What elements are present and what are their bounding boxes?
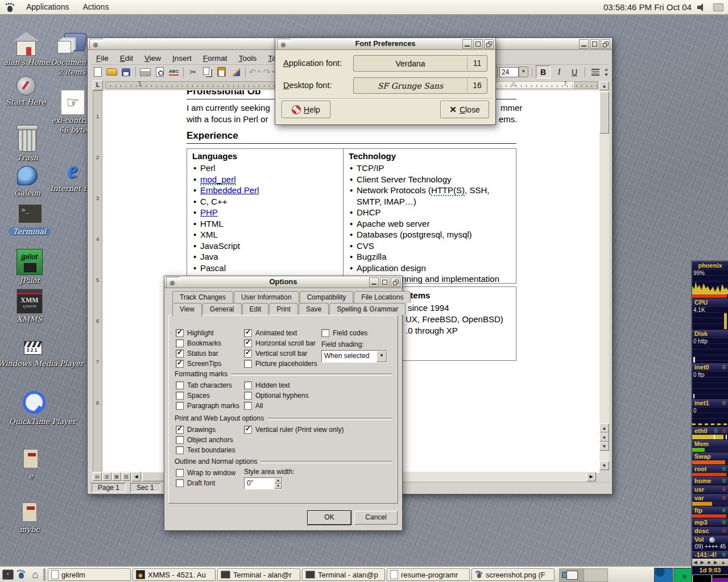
option-row[interactable]: Draft font	[176, 478, 235, 488]
gkrellm-row[interactable]: mp3	[692, 518, 728, 526]
gkrellm-row[interactable]: phoenix	[692, 261, 728, 269]
option-row[interactable]: Animated text	[244, 328, 317, 338]
option-row[interactable]: Optional hyphens	[244, 390, 308, 401]
panel-drag-handle[interactable]	[43, 568, 46, 581]
close-button[interactable]: ✕ Close	[440, 101, 489, 118]
option-row[interactable]: Drawings	[176, 425, 235, 435]
desktop-icon-trash[interactable]: Trash	[5, 124, 50, 162]
toolbar-overflow-button[interactable]: » ▼	[604, 67, 609, 77]
dialog-titlebar[interactable]: Font Preferences	[275, 38, 495, 50]
gkrellm-row[interactable]: usr	[692, 485, 728, 493]
minimize-button[interactable]	[369, 277, 379, 287]
checkbox[interactable]	[176, 402, 184, 410]
font-size-combo[interactable]: 24 ▼	[499, 66, 528, 77]
style-area-width-spinner[interactable]: 0" ▲▼	[244, 477, 283, 489]
checkbox[interactable]	[244, 381, 252, 389]
gkrellm-row[interactable]: root	[692, 464, 728, 473]
checkbox[interactable]	[176, 426, 184, 434]
gkrellm-row[interactable]	[692, 435, 728, 439]
language-link[interactable]: Embedded Perl	[200, 185, 259, 195]
checkbox[interactable]	[244, 360, 252, 368]
gkrellm-row[interactable]: ◀ ▶ ■ ▶ ▲	[692, 559, 728, 566]
options-tab[interactable]: Save	[299, 303, 329, 315]
option-row[interactable]: Horizontal scroll bar	[244, 338, 317, 348]
restore-button[interactable]	[601, 39, 610, 49]
maximize-button[interactable]	[380, 277, 390, 287]
copy-icon[interactable]	[201, 66, 214, 78]
option-row[interactable]: Tab characters	[176, 380, 239, 390]
checkbox[interactable]	[176, 350, 184, 357]
panel-menu-item[interactable]: Actions	[76, 0, 116, 14]
options-tab[interactable]: Spelling & Grammar	[329, 303, 406, 315]
gkrellm-row[interactable]: CPU	[692, 298, 728, 306]
font-size-arrow[interactable]: ▼	[519, 66, 528, 77]
panel-menu-item[interactable]: Applications	[19, 0, 76, 14]
options-tab[interactable]: Edit	[242, 303, 269, 315]
checkbox[interactable]	[176, 392, 184, 400]
bold-button[interactable]: B	[536, 65, 551, 78]
menu-item[interactable]: Edit	[115, 54, 138, 63]
workspace-pager[interactable]	[559, 568, 608, 582]
gnome-menu-launcher[interactable]	[15, 568, 28, 581]
font-size-value[interactable]: 24	[499, 67, 519, 77]
gkrellm-row[interactable]: inet0	[692, 363, 728, 371]
gkrellm-row[interactable]: home	[692, 476, 728, 485]
gkrellm-row[interactable]: eth0	[692, 426, 728, 435]
gkrellm-row[interactable]	[692, 502, 728, 506]
option-row[interactable]: Text boundaries	[176, 445, 235, 455]
task-button[interactable]: Terminal - alan@p	[302, 568, 385, 581]
workspace-2[interactable]	[584, 569, 608, 581]
spin-up-icon[interactable]: ▲	[274, 478, 282, 484]
desktop-icon-e[interactable]: e	[8, 448, 53, 480]
desktop-icon-mybc[interactable]: mybc	[7, 501, 52, 534]
close-tab-icon[interactable]	[166, 277, 185, 288]
language-link[interactable]: PHP	[200, 207, 218, 217]
gkrellm-row[interactable]: 4.1K	[692, 306, 728, 329]
workspace-1[interactable]	[560, 569, 584, 581]
checkbox[interactable]	[176, 381, 184, 389]
option-row[interactable]: Field codes	[321, 328, 387, 338]
vertical-ruler[interactable]: 12345678	[93, 90, 102, 472]
dialog-titlebar[interactable]: Options	[164, 276, 402, 288]
option-row[interactable]: Paragraph marks	[176, 401, 239, 411]
italic-button[interactable]: I	[552, 66, 566, 78]
options-tab[interactable]: Track Changes	[172, 291, 233, 303]
checkbox[interactable]	[176, 436, 184, 444]
desktop-icon-home[interactable]: alan's Home	[3, 31, 49, 66]
menu-item[interactable]: Insert	[167, 54, 197, 63]
option-row[interactable]: All	[244, 401, 308, 411]
desktop-icon-start-here[interactable]: Start Here	[3, 76, 48, 106]
checkbox[interactable]	[244, 402, 252, 410]
desktop-icon-terminal[interactable]: Terminal	[6, 202, 53, 236]
options-tab[interactable]: View	[172, 303, 202, 317]
checkbox[interactable]	[321, 329, 329, 337]
print-icon[interactable]	[139, 66, 152, 78]
checkbox[interactable]	[176, 339, 184, 347]
checkbox[interactable]	[176, 329, 184, 337]
show-desktop-launcher[interactable]: ▪	[2, 568, 14, 581]
option-row[interactable]: Vertical ruler (Print view only)	[244, 425, 344, 435]
redo-icon[interactable]: ▼	[263, 66, 276, 78]
tab-selector-button[interactable]: L	[93, 80, 103, 90]
option-row[interactable]: Picture placeholders	[244, 359, 317, 369]
gkrellm-row[interactable]: inet1	[692, 398, 728, 407]
option-row[interactable]: Status bar	[176, 348, 221, 359]
maximize-button[interactable]	[590, 39, 599, 49]
checkbox[interactable]	[176, 360, 184, 368]
gkrellm-row[interactable]: 0 ftp	[692, 371, 728, 398]
underline-button[interactable]: U	[568, 66, 581, 78]
desk-thumbnail-1[interactable]	[654, 568, 673, 582]
panel-applet-icon[interactable]	[713, 3, 723, 11]
option-row[interactable]: Hidden text	[244, 380, 308, 390]
maximize-button[interactable]	[473, 39, 483, 49]
format-painter-icon[interactable]	[229, 66, 242, 78]
checkbox[interactable]	[244, 350, 252, 357]
gkrellm-row[interactable]: Vol	[692, 535, 728, 543]
cancel-button[interactable]: Cancel	[354, 511, 398, 525]
option-row[interactable]: Bookmarks	[176, 338, 221, 348]
checkbox[interactable]	[176, 446, 184, 454]
gkrellm-row[interactable]: Disk	[692, 329, 728, 338]
gkrellm-row[interactable]: -141:-4!	[692, 550, 728, 559]
menu-item[interactable]: View	[139, 54, 166, 63]
close-tab-icon[interactable]	[277, 39, 296, 50]
